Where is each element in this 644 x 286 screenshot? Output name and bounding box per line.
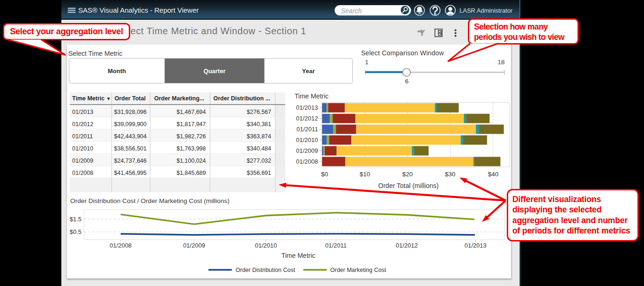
svg-text:$20: $20 — [402, 171, 413, 178]
svg-text:$0.5: $0.5 — [70, 228, 81, 235]
svg-text:01/2012: 01/2012 — [396, 242, 418, 249]
svg-text:01/2010: 01/2010 — [296, 136, 318, 143]
svg-text:$40: $40 — [488, 171, 499, 178]
svg-text:$30: $30 — [445, 171, 456, 178]
svg-text:1: 1 — [365, 59, 369, 66]
svg-text:01/2010: 01/2010 — [255, 242, 277, 249]
svg-text:01/2009: 01/2009 — [183, 242, 205, 249]
svg-text:$1.5: $1.5 — [70, 216, 81, 223]
svg-text:01/2008: 01/2008 — [110, 242, 132, 249]
svg-text:Order Marketing Cost: Order Marketing Cost — [330, 267, 386, 273]
svg-text:01/2009: 01/2009 — [296, 147, 318, 154]
svg-text:Time Metric: Time Metric — [281, 252, 316, 259]
svg-text:01/2012: 01/2012 — [296, 115, 318, 122]
svg-text:01/2011: 01/2011 — [296, 126, 318, 133]
svg-text:01/2013: 01/2013 — [465, 242, 487, 249]
svg-text:01/2008: 01/2008 — [296, 158, 318, 165]
svg-text:01/2013: 01/2013 — [296, 104, 318, 111]
svg-text:$0: $0 — [321, 171, 328, 178]
svg-text:$10: $10 — [360, 171, 370, 178]
svg-text:6: 6 — [405, 78, 409, 85]
svg-text:18: 18 — [497, 59, 504, 66]
svg-text:01/2011: 01/2011 — [325, 242, 347, 249]
svg-text:Order Total (millions): Order Total (millions) — [378, 182, 439, 189]
svg-text:Order Distribution Cost: Order Distribution Cost — [236, 267, 296, 273]
